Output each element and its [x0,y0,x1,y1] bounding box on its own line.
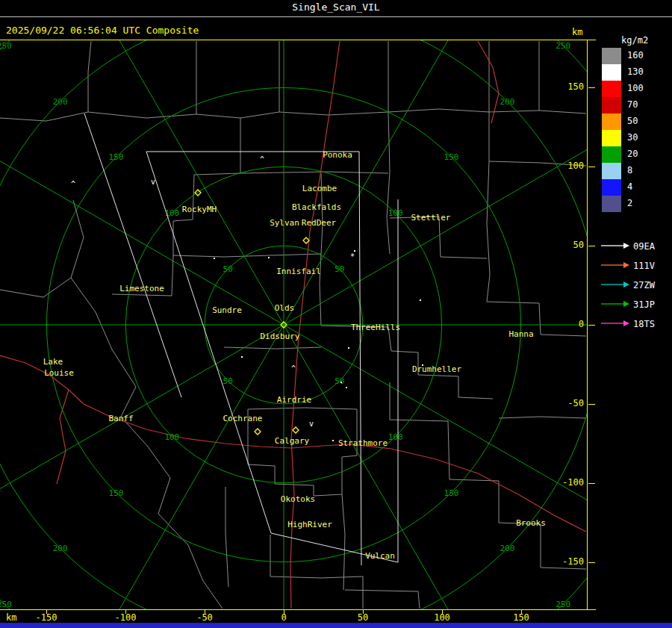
colorbar-swatch [602,114,621,130]
radar-legend-item: 111V [600,257,672,276]
colorbar-value-label: 70 [627,99,638,110]
y-tick-label: -50 [559,398,584,408]
city-label: Lacombe [302,184,337,193]
y-tick-label: 100 [559,161,584,171]
coverage-boundary-layer [84,114,398,565]
x-tick-label: -150 [31,612,61,623]
city-label: Drumheller [412,364,462,374]
range-ring-label: 250 [0,600,12,609]
colorbar-value-label: 4 [627,181,632,192]
colorbar-value-label: 160 [627,50,644,60]
radar-legend-item: 09EA [600,237,672,257]
asterisk-marker: * [350,252,355,261]
county-boundary [270,535,363,609]
y-tick-mark [588,404,595,405]
x-tick-label: -100 [111,612,140,623]
colorbar-entry: 8 [602,163,669,179]
county-boundary [388,109,489,112]
town-point-marker [346,387,347,388]
city-label: Louise [44,368,74,378]
city-label: Strathmore [338,438,388,448]
radar-map-canvas[interactable]: 5050505010010010010015015015015020020020… [0,40,587,610]
range-ring-label: 150 [109,152,124,162]
y-tick-label: -100 [559,477,584,488]
x-tick-label: 100 [427,612,457,623]
range-ring-label: 200 [53,544,68,553]
county-boundary [390,382,586,569]
city-label: RedDeer [302,218,337,228]
colorbar-entry: 100 [602,81,669,97]
window-title: Single_Scan_VIL [0,0,672,16]
county-boundary [248,408,357,496]
colorbar-entry: 50 [602,114,669,130]
colorbar-entry: 2 [602,196,669,212]
city-label: Innisfail [276,267,321,276]
x-tick-label: 150 [506,612,536,623]
colorbar-swatch [602,179,621,196]
range-ring-label: 100 [388,208,403,218]
city-label: Limestone [119,284,164,293]
city-diamond-marker [293,427,299,433]
colorbar-unit-label: kg/m2 [621,35,648,46]
y-tick-mark [588,325,595,326]
colorbar-swatch [602,48,621,64]
city-label: Hanna [508,329,533,339]
colorbar-value-label: 130 [627,66,644,77]
range-ring-label: 250 [556,41,570,51]
county-boundary [225,487,228,587]
x-tick-label: 0 [269,612,299,623]
marker-layer: ^^^vv* [71,155,423,441]
county-boundary [224,347,321,349]
caret-up-marker: ^ [291,364,296,373]
city-label-layer: PonokaLacombeBlackfaldsSylvanRedDeerStet… [43,150,546,561]
x-tick-mark [284,610,284,614]
radar-arrow-icon [600,319,630,328]
range-ring-label: 100 [164,432,179,442]
colorbar-swatch [602,97,621,114]
coverage-boundary [84,114,181,397]
caret-up-marker: ^ [71,180,75,188]
title-separator [0,16,672,17]
city-label: Okotoks [281,494,315,504]
x-tick-mark [205,610,205,614]
timestamp-label: 2025/09/22 06:56:04 UTC Composite [6,25,199,36]
range-ring-label: 50 [335,264,344,274]
map-layers: 5050505010010010010015015015015020020020… [0,40,587,610]
colorbar-entry: 4 [602,179,669,196]
radar-site-legend: 09EA111V27ZW31JP18TS [600,237,672,335]
city-label: RockyMH [182,205,217,214]
range-ring-label: 100 [388,432,403,442]
x-tick-mark [46,610,47,614]
y-tick-mark [588,87,595,88]
city-label: Banff [108,414,133,423]
radar-arrow-icon [600,241,630,250]
radar-arrow-icon [600,280,630,289]
coverage-boundary [359,152,361,565]
county-boundary [387,112,390,254]
town-point-marker [348,347,349,349]
y-tick-label: 50 [559,240,584,250]
city-diamond-marker [255,429,261,435]
radar-site-id-label: 18TS [633,319,655,329]
city-label: Cochrane [223,414,263,423]
range-ring-label: 200 [500,544,514,553]
town-point-marker [241,356,243,358]
colorbar-value-label: 50 [627,116,638,126]
map-frame-bottom [0,609,596,610]
y-tick-mark [588,562,595,563]
county-boundary [0,112,196,121]
county-boundary [71,200,84,278]
map-frame-right [587,40,588,610]
city-label: Calgary [275,436,310,446]
town-point-marker [214,258,215,259]
city-label: Airdrie [277,395,311,405]
x-tick-mark [125,610,126,614]
city-label: Blackfalds [292,202,341,212]
colorbar-swatch [602,163,621,179]
radar-site-id-label: 09EA [633,241,655,252]
caret-up-marker: ^ [260,155,264,164]
y-axis-unit-label: km [572,27,582,37]
y-tick-label: 150 [559,81,584,92]
range-ring-label: 200 [500,97,514,107]
town-point-marker [354,250,355,252]
